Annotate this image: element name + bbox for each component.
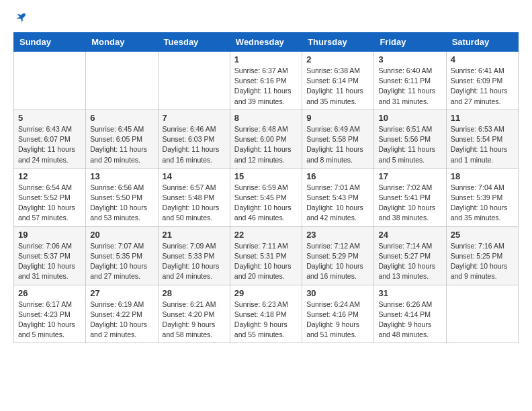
day-number: 6: [90, 113, 153, 123]
cell-content: Sunrise: 6:53 AM Sunset: 5:54 PM Dayligh…: [451, 124, 514, 165]
calendar-cell: 17Sunrise: 7:02 AM Sunset: 5:41 PM Dayli…: [374, 168, 446, 226]
calendar-cell: 27Sunrise: 6:19 AM Sunset: 4:22 PM Dayli…: [86, 285, 158, 343]
calendar-cell: 4Sunrise: 6:41 AM Sunset: 6:09 PM Daylig…: [446, 52, 518, 110]
day-number: 2: [306, 54, 369, 64]
calendar-cell: 11Sunrise: 6:53 AM Sunset: 5:54 PM Dayli…: [446, 109, 518, 168]
calendar-cell: 26Sunrise: 6:17 AM Sunset: 4:23 PM Dayli…: [14, 285, 86, 343]
cell-content: Sunrise: 6:56 AM Sunset: 5:50 PM Dayligh…: [90, 183, 153, 224]
calendar-week-row: 19Sunrise: 7:06 AM Sunset: 5:37 PM Dayli…: [14, 226, 519, 285]
calendar-cell: 18Sunrise: 7:04 AM Sunset: 5:39 PM Dayli…: [446, 168, 518, 226]
day-number: 5: [18, 113, 81, 123]
cell-content: Sunrise: 6:23 AM Sunset: 4:18 PM Dayligh…: [234, 300, 298, 340]
day-number: 29: [234, 288, 298, 298]
cell-content: Sunrise: 7:06 AM Sunset: 5:37 PM Dayligh…: [18, 241, 81, 282]
day-header-saturday: Saturday: [446, 33, 518, 52]
day-number: 31: [378, 288, 441, 298]
calendar-cell: 1Sunrise: 6:37 AM Sunset: 6:16 PM Daylig…: [230, 52, 302, 110]
day-number: 9: [306, 113, 369, 123]
cell-content: Sunrise: 6:17 AM Sunset: 4:23 PM Dayligh…: [18, 300, 81, 340]
day-number: 18: [451, 171, 514, 181]
cell-content: Sunrise: 6:48 AM Sunset: 6:00 PM Dayligh…: [234, 124, 298, 165]
calendar-cell: 12Sunrise: 6:54 AM Sunset: 5:52 PM Dayli…: [14, 168, 86, 226]
day-number: 21: [163, 230, 226, 240]
calendar-week-row: 26Sunrise: 6:17 AM Sunset: 4:23 PM Dayli…: [14, 285, 519, 343]
calendar-cell: 9Sunrise: 6:49 AM Sunset: 5:58 PM Daylig…: [302, 109, 374, 168]
day-number: 4: [451, 54, 514, 64]
cell-content: Sunrise: 7:12 AM Sunset: 5:29 PM Dayligh…: [306, 241, 369, 282]
calendar-cell: 6Sunrise: 6:45 AM Sunset: 6:05 PM Daylig…: [86, 109, 158, 168]
calendar-week-row: 12Sunrise: 6:54 AM Sunset: 5:52 PM Dayli…: [14, 168, 519, 226]
day-number: 19: [18, 230, 81, 240]
calendar-cell: 23Sunrise: 7:12 AM Sunset: 5:29 PM Dayli…: [302, 226, 374, 285]
calendar-cell: [14, 52, 86, 110]
logo: [13, 13, 27, 26]
calendar-cell: 10Sunrise: 6:51 AM Sunset: 5:56 PM Dayli…: [374, 109, 446, 168]
cell-content: Sunrise: 7:09 AM Sunset: 5:33 PM Dayligh…: [163, 241, 226, 282]
day-number: 7: [163, 113, 226, 123]
day-number: 27: [90, 288, 153, 298]
calendar-cell: 3Sunrise: 6:40 AM Sunset: 6:11 PM Daylig…: [374, 52, 446, 110]
day-number: 16: [306, 171, 369, 181]
day-number: 17: [378, 171, 441, 181]
calendar-cell: 14Sunrise: 6:57 AM Sunset: 5:48 PM Dayli…: [158, 168, 230, 226]
day-number: 14: [163, 171, 226, 181]
cell-content: Sunrise: 6:24 AM Sunset: 4:16 PM Dayligh…: [306, 300, 369, 340]
calendar-cell: 16Sunrise: 7:01 AM Sunset: 5:43 PM Dayli…: [302, 168, 374, 226]
calendar-week-row: 5Sunrise: 6:43 AM Sunset: 6:07 PM Daylig…: [14, 109, 519, 168]
calendar-cell: 29Sunrise: 6:23 AM Sunset: 4:18 PM Dayli…: [230, 285, 302, 343]
day-header-tuesday: Tuesday: [158, 33, 230, 52]
cell-content: Sunrise: 6:54 AM Sunset: 5:52 PM Dayligh…: [18, 183, 81, 224]
day-number: 10: [378, 113, 441, 123]
calendar-cell: [158, 52, 230, 110]
day-number: 22: [234, 230, 298, 240]
cell-content: Sunrise: 6:26 AM Sunset: 4:14 PM Dayligh…: [378, 300, 441, 340]
cell-content: Sunrise: 6:40 AM Sunset: 6:11 PM Dayligh…: [378, 66, 441, 107]
cell-content: Sunrise: 6:49 AM Sunset: 5:58 PM Dayligh…: [306, 124, 369, 165]
calendar-cell: 28Sunrise: 6:21 AM Sunset: 4:20 PM Dayli…: [158, 285, 230, 343]
calendar-cell: 8Sunrise: 6:48 AM Sunset: 6:00 PM Daylig…: [230, 109, 302, 168]
cell-content: Sunrise: 7:02 AM Sunset: 5:41 PM Dayligh…: [378, 183, 441, 224]
cell-content: Sunrise: 7:11 AM Sunset: 5:31 PM Dayligh…: [234, 241, 298, 282]
day-number: 15: [234, 171, 298, 181]
day-number: 11: [451, 113, 514, 123]
calendar-cell: 7Sunrise: 6:46 AM Sunset: 6:03 PM Daylig…: [158, 109, 230, 168]
day-number: 30: [306, 288, 369, 298]
calendar-cell: 31Sunrise: 6:26 AM Sunset: 4:14 PM Dayli…: [374, 285, 446, 343]
cell-content: Sunrise: 6:59 AM Sunset: 5:45 PM Dayligh…: [234, 183, 298, 224]
cell-content: Sunrise: 7:04 AM Sunset: 5:39 PM Dayligh…: [451, 183, 514, 224]
cell-content: Sunrise: 6:21 AM Sunset: 4:20 PM Dayligh…: [163, 300, 226, 340]
cell-content: Sunrise: 6:19 AM Sunset: 4:22 PM Dayligh…: [90, 300, 153, 340]
day-number: 24: [378, 230, 441, 240]
cell-content: Sunrise: 7:14 AM Sunset: 5:27 PM Dayligh…: [378, 241, 441, 282]
cell-content: Sunrise: 6:57 AM Sunset: 5:48 PM Dayligh…: [163, 183, 226, 224]
day-header-friday: Friday: [374, 33, 446, 52]
day-number: 26: [18, 288, 81, 298]
day-number: 8: [234, 113, 298, 123]
cell-content: Sunrise: 6:51 AM Sunset: 5:56 PM Dayligh…: [378, 124, 441, 165]
day-number: 25: [451, 230, 514, 240]
day-header-wednesday: Wednesday: [230, 33, 302, 52]
calendar-cell: 20Sunrise: 7:07 AM Sunset: 5:35 PM Dayli…: [86, 226, 158, 285]
calendar-cell: 30Sunrise: 6:24 AM Sunset: 4:16 PM Dayli…: [302, 285, 374, 343]
cell-content: Sunrise: 7:01 AM Sunset: 5:43 PM Dayligh…: [306, 183, 369, 224]
calendar-cell: 21Sunrise: 7:09 AM Sunset: 5:33 PM Dayli…: [158, 226, 230, 285]
day-number: 13: [90, 171, 153, 181]
calendar-cell: 25Sunrise: 7:16 AM Sunset: 5:25 PM Dayli…: [446, 226, 518, 285]
page-header: [13, 13, 519, 26]
calendar-header-row: SundayMondayTuesdayWednesdayThursdayFrid…: [14, 33, 519, 52]
cell-content: Sunrise: 7:07 AM Sunset: 5:35 PM Dayligh…: [90, 241, 153, 282]
day-number: 1: [234, 54, 298, 64]
day-number: 12: [18, 171, 81, 181]
calendar-table: SundayMondayTuesdayWednesdayThursdayFrid…: [13, 32, 519, 343]
calendar-cell: 22Sunrise: 7:11 AM Sunset: 5:31 PM Dayli…: [230, 226, 302, 285]
day-header-monday: Monday: [86, 33, 158, 52]
cell-content: Sunrise: 7:16 AM Sunset: 5:25 PM Dayligh…: [451, 241, 514, 282]
day-header-sunday: Sunday: [14, 33, 86, 52]
calendar-cell: 5Sunrise: 6:43 AM Sunset: 6:07 PM Daylig…: [14, 109, 86, 168]
cell-content: Sunrise: 6:41 AM Sunset: 6:09 PM Dayligh…: [451, 66, 514, 107]
calendar-cell: 19Sunrise: 7:06 AM Sunset: 5:37 PM Dayli…: [14, 226, 86, 285]
day-header-thursday: Thursday: [302, 33, 374, 52]
calendar-cell: 2Sunrise: 6:38 AM Sunset: 6:14 PM Daylig…: [302, 52, 374, 110]
calendar-cell: [86, 52, 158, 110]
calendar-cell: 15Sunrise: 6:59 AM Sunset: 5:45 PM Dayli…: [230, 168, 302, 226]
